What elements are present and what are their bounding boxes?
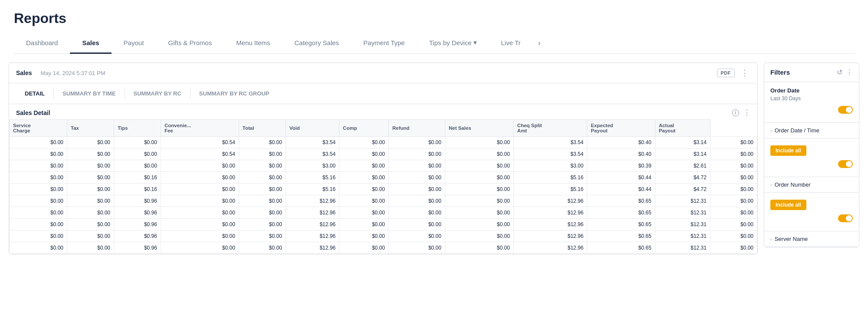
table-cell: $0.00 xyxy=(239,184,286,195)
nav-more-button[interactable]: › xyxy=(533,34,546,54)
table-cell: $0.96 xyxy=(114,219,161,230)
table-cell: $12.96 xyxy=(513,219,587,230)
table-cell: $0.54 xyxy=(161,137,239,148)
table-cell: $0.96 xyxy=(114,242,161,254)
table-cell: $0.00 xyxy=(10,195,67,207)
table-cell: $0.00 xyxy=(67,184,114,195)
table-cell: $12.31 xyxy=(655,242,710,254)
table-cell: $5.16 xyxy=(513,184,587,195)
table-cell: $12.96 xyxy=(286,230,339,242)
table-cell: $0.00 xyxy=(239,137,286,148)
filter-order-number[interactable]: › Order Number xyxy=(764,177,859,193)
filters-reset-button[interactable]: ↺ xyxy=(837,68,842,76)
table-cell: $12.31 xyxy=(655,230,710,242)
table-cell: $0.40 xyxy=(587,148,655,160)
table-cell: $12.96 xyxy=(286,207,339,219)
table-cell: $3.00 xyxy=(286,160,339,172)
table-menu-button[interactable]: ⋮ xyxy=(743,109,750,117)
table-cell: $0.00 xyxy=(161,242,239,254)
sub-tab-detail[interactable]: DETAIL xyxy=(16,88,54,99)
tab-payout[interactable]: Payout xyxy=(112,35,156,54)
table-cell: $12.96 xyxy=(513,230,587,242)
tab-sales[interactable]: Sales xyxy=(70,35,111,54)
report-timestamp: May 14, 2024 5:37:01 PM xyxy=(41,70,708,76)
table-cell: $0.00 xyxy=(339,195,389,207)
table-row: $0.00$0.00$0.00$0.00$0.00$3.00$0.00$0.00… xyxy=(10,160,757,172)
tab-tips-by-device[interactable]: Tips by Device ▾ xyxy=(417,34,489,54)
table-cell: $0.00 xyxy=(445,137,513,148)
tab-category-sales[interactable]: Category Sales xyxy=(283,35,352,54)
table-cell: $0.40 xyxy=(587,137,655,148)
table-cell: $0.00 xyxy=(388,148,445,160)
table-cell: $0.00 xyxy=(67,172,114,184)
table-cell: $0.96 xyxy=(114,195,161,207)
filter-server-name-label: Server Name xyxy=(775,236,808,242)
table-cell: $4.72 xyxy=(655,184,710,195)
table-cell: $0.00 xyxy=(388,160,445,172)
tab-menu-items[interactable]: Menu Items xyxy=(224,35,282,54)
sub-tab-summary-by-rc-group[interactable]: SUMMARY BY RC GROUP xyxy=(191,88,278,99)
filter-order-date-time-label: Order Date / Time xyxy=(775,127,819,134)
table-cell: $0.00 xyxy=(710,207,757,219)
toggle-include-all-2[interactable] xyxy=(838,214,853,222)
table-cell: $0.00 xyxy=(339,184,389,195)
table-cell: $0.00 xyxy=(114,160,161,172)
table-cell: $0.00 xyxy=(67,195,114,207)
table-cell: $12.96 xyxy=(286,242,339,254)
table-cell: $0.00 xyxy=(445,230,513,242)
toggle-order-date[interactable] xyxy=(838,106,853,114)
table-cell: $0.00 xyxy=(710,195,757,207)
col-expected-payout: ExpectedPayout xyxy=(587,120,655,137)
include-all-button-2[interactable]: Include all xyxy=(770,200,806,210)
table-cell: $12.96 xyxy=(513,242,587,254)
table-cell: $0.00 xyxy=(161,219,239,230)
table-cell: $0.00 xyxy=(67,242,114,254)
table-cell: $5.16 xyxy=(286,184,339,195)
table-row: $0.00$0.00$0.96$0.00$0.00$12.96$0.00$0.0… xyxy=(10,207,757,219)
table-cell: $0.00 xyxy=(10,137,67,148)
table-cell: $0.00 xyxy=(239,148,286,160)
table-cell: $0.00 xyxy=(710,230,757,242)
col-actual-payout: ActualPayout xyxy=(655,120,710,137)
table-cell: $3.54 xyxy=(286,148,339,160)
table-cell: $0.00 xyxy=(10,242,67,254)
include-all-button-1[interactable]: Include all xyxy=(770,145,806,156)
tab-live-tr[interactable]: Live Tr xyxy=(489,35,533,54)
filters-menu-button[interactable]: ⋮ xyxy=(846,68,853,76)
table-cell: $3.54 xyxy=(513,148,587,160)
table-row: $0.00$0.00$0.96$0.00$0.00$12.96$0.00$0.0… xyxy=(10,242,757,254)
tab-dashboard[interactable]: Dashboard xyxy=(14,35,70,54)
filter-toggle-row-3 xyxy=(770,214,853,222)
main-content: Sales May 14, 2024 5:37:01 PM PDF ⋮ DETA… xyxy=(0,54,868,254)
filter-server-name[interactable]: › Server Name xyxy=(764,231,859,247)
table-cell: $0.00 xyxy=(710,219,757,230)
sales-detail-table: ServiceCharge Tax Tips Convenie...Fee To… xyxy=(9,119,757,254)
table-row: $0.00$0.00$0.96$0.00$0.00$12.96$0.00$0.0… xyxy=(10,230,757,242)
table-section-header: Sales Detail i ⋮ xyxy=(9,104,757,119)
table-cell: $0.39 xyxy=(587,160,655,172)
table-section-title: Sales Detail xyxy=(16,109,50,116)
chevron-down-icon: ▾ xyxy=(473,39,477,46)
col-service-charge: ServiceCharge xyxy=(10,120,67,137)
table-cell: $0.00 xyxy=(710,137,757,148)
sub-tab-summary-by-rc[interactable]: SUMMARY BY RC xyxy=(125,88,191,99)
table-cell: $12.31 xyxy=(655,207,710,219)
pdf-button[interactable]: PDF xyxy=(717,69,735,77)
tab-payment-type[interactable]: Payment Type xyxy=(351,35,417,54)
filter-order-date-time[interactable]: › Order Date / Time xyxy=(764,123,859,138)
table-cell: $12.96 xyxy=(286,195,339,207)
table-cell: $0.00 xyxy=(239,242,286,254)
col-total: Total xyxy=(239,120,286,137)
sub-tab-summary-by-time[interactable]: SUMMARY BY TIME xyxy=(54,88,125,99)
table-cell: $0.00 xyxy=(239,172,286,184)
table-cell: $0.65 xyxy=(587,219,655,230)
toggle-include-all[interactable] xyxy=(838,160,853,168)
table-cell: $0.65 xyxy=(587,230,655,242)
table-row: $0.00$0.00$0.16$0.00$0.00$5.16$0.00$0.00… xyxy=(10,184,757,195)
table-cell: $0.00 xyxy=(339,230,389,242)
table-cell: $0.00 xyxy=(388,195,445,207)
table-cell: $0.00 xyxy=(710,184,757,195)
report-menu-button[interactable]: ⋮ xyxy=(739,67,750,79)
tab-gifts-promos[interactable]: Gifts & Promos xyxy=(156,35,224,54)
table-cell: $0.00 xyxy=(161,230,239,242)
